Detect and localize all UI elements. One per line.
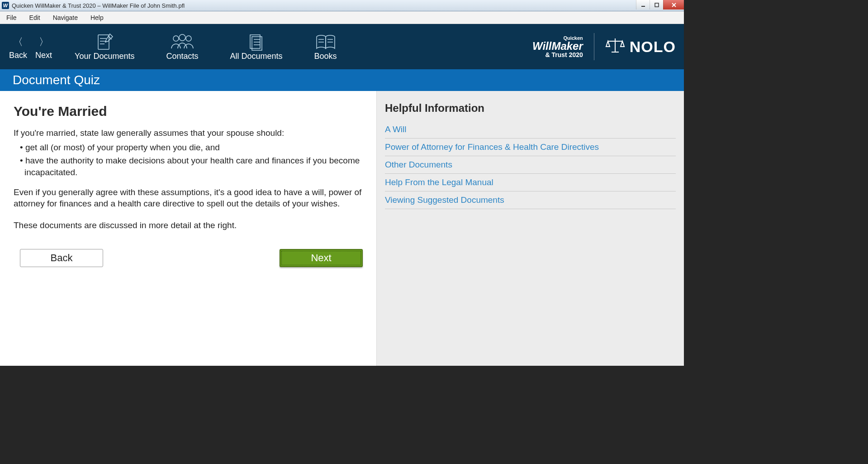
- help-link-suggested-docs[interactable]: Viewing Suggested Documents: [385, 191, 676, 209]
- menu-file[interactable]: File: [6, 14, 17, 21]
- book-open-icon: [315, 33, 337, 52]
- svg-point-12: [186, 36, 191, 41]
- toolbar-all-documents-label: All Documents: [230, 52, 283, 61]
- helpful-information-panel: Helpful Information A Will Power of Atto…: [376, 91, 684, 366]
- documents-stack-icon: [247, 33, 266, 52]
- help-link-other-docs[interactable]: Other Documents: [385, 156, 676, 174]
- menubar: File Edit Navigate Help: [0, 11, 684, 24]
- brand-block: Quicken WillMaker & Trust 2020 NOLO: [532, 24, 676, 69]
- menu-navigate[interactable]: Navigate: [53, 14, 78, 21]
- content-paragraph: Even if you generally agree with these a…: [14, 187, 363, 210]
- brand-willmaker-text: WillMaker: [532, 41, 583, 52]
- toolbar-your-documents-label: Your Documents: [75, 52, 134, 61]
- sidebar-heading: Helpful Information: [385, 102, 676, 115]
- svg-point-11: [179, 34, 185, 41]
- main-content: You're Married If you're married, state …: [0, 91, 376, 366]
- toolbar-back-label: Back: [9, 51, 27, 60]
- help-link-poa[interactable]: Power of Attorney for Finances & Health …: [385, 139, 676, 156]
- back-button[interactable]: Back: [20, 249, 103, 267]
- content-intro: If you're married, state law generally a…: [14, 127, 363, 139]
- document-edit-icon: [95, 33, 114, 52]
- help-link-will[interactable]: A Will: [385, 121, 676, 139]
- menu-help[interactable]: Help: [90, 14, 104, 21]
- chevron-left-icon: 〈: [13, 33, 23, 51]
- app-icon: W: [2, 2, 9, 9]
- toolbar-back-button[interactable]: 〈 Back: [9, 33, 27, 60]
- scales-icon: [605, 37, 625, 57]
- chevron-right-icon: 〉: [39, 33, 49, 51]
- svg-rect-1: [655, 3, 659, 7]
- svg-rect-4: [98, 35, 109, 49]
- main-toolbar: 〈 Back 〉 Next Your Documents Contacts Al…: [0, 24, 684, 69]
- toolbar-next-button[interactable]: 〉 Next: [35, 33, 52, 60]
- menu-edit[interactable]: Edit: [29, 14, 40, 21]
- maximize-button[interactable]: [650, 0, 663, 10]
- toolbar-contacts-label: Contacts: [166, 52, 198, 61]
- brand-divider: [594, 33, 594, 60]
- brand-nolo-text: NOLO: [630, 38, 676, 56]
- content-paragraph: These documents are discussed in more de…: [14, 220, 363, 231]
- content-bullet: get all (or most) of your property when …: [20, 142, 363, 153]
- help-link-legal-manual[interactable]: Help From the Legal Manual: [385, 174, 676, 191]
- minimize-button[interactable]: [636, 0, 650, 10]
- page-subheader: Document Quiz: [0, 69, 684, 91]
- toolbar-all-documents[interactable]: All Documents: [230, 33, 283, 61]
- toolbar-books[interactable]: Books: [314, 33, 337, 61]
- people-icon: [170, 33, 195, 52]
- window-titlebar: W Quicken WillMaker & Trust 2020 – WillM…: [0, 0, 684, 11]
- toolbar-next-label: Next: [35, 51, 52, 60]
- close-button[interactable]: [663, 0, 684, 10]
- brand-trust-text: & Trust 2020: [532, 52, 583, 58]
- toolbar-books-label: Books: [314, 52, 337, 61]
- toolbar-your-documents[interactable]: Your Documents: [75, 33, 134, 61]
- window-title: Quicken WillMaker & Trust 2020 – WillMak…: [12, 2, 185, 9]
- svg-point-10: [173, 36, 179, 41]
- content-bullet: have the authority to make decisions abo…: [20, 155, 363, 178]
- next-button[interactable]: Next: [280, 249, 363, 267]
- content-heading: You're Married: [14, 104, 363, 119]
- toolbar-contacts[interactable]: Contacts: [166, 33, 198, 61]
